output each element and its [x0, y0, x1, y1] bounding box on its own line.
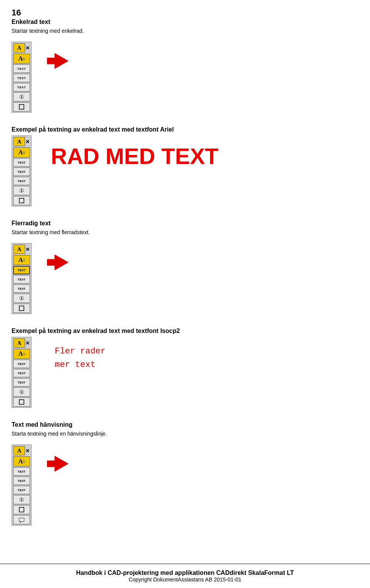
toolbar-btn-text1-3-active[interactable]: TEXT: [13, 266, 30, 274]
page-number: 16: [12, 8, 358, 18]
section-row-flerradig-example: A ✕ A 1 TEXT TEXT TEXT ①: [12, 337, 358, 408]
fler-rader-line1: Fler rader: [55, 345, 106, 358]
toolbar-btn-text1-2[interactable]: TEXT: [13, 158, 30, 167]
close-icon-2[interactable]: ✕: [25, 139, 30, 145]
square-icon-2: [19, 198, 24, 203]
rad-med-text-display: RAD MED TEXT: [51, 143, 219, 169]
toolbar-btn-text3-5[interactable]: TEXT: [13, 486, 30, 494]
toolbar-btn-a-2[interactable]: A 1: [13, 147, 30, 157]
toolbar-btn-a-1[interactable]: A 1: [13, 54, 30, 64]
a-sub-3: 1: [23, 258, 25, 262]
toolbar-btn-a-4[interactable]: A 1: [13, 349, 30, 359]
toolbar-btn-text2-4[interactable]: TEXT: [13, 369, 30, 377]
text-label2-2: TEXT: [18, 170, 25, 174]
footer-line1: Handbok i CAD-projektering med applikati…: [12, 569, 358, 576]
section-row-hanvisning: A ✕ A 1 TEXT TEXT TEXT ①: [12, 444, 358, 525]
toolbar-btn-text3-1[interactable]: TEXT: [13, 83, 30, 91]
close-icon-1[interactable]: ✕: [25, 45, 30, 51]
toolbar-btn-text1-1[interactable]: TEXT: [13, 64, 30, 73]
page-content: 16 Enkelrad text Startar textning med en…: [0, 0, 370, 570]
toolbar-btn-circle-1[interactable]: ①: [13, 92, 30, 101]
section-desc-enkelrad: Startar textning med enkelrad.: [12, 28, 358, 34]
toolbar-btn-text2-5[interactable]: TEXT: [13, 476, 30, 485]
a-label-5: A: [18, 458, 23, 465]
toolbar-btn-square-2[interactable]: [13, 196, 30, 205]
toolbar-btn-a-top-2[interactable]: A: [13, 137, 25, 146]
section-hanvisning: Text med hänvisning Starta textning med …: [12, 421, 358, 525]
toolbar-btn-text1-4[interactable]: TEXT: [13, 360, 30, 368]
arrow-indicator-3: [47, 456, 68, 471]
section-desc-hanvisning: Starta textning med en hänvisningslinje.: [12, 431, 358, 437]
section-row-enkelrad: A ✕ A 1 TEXT TEXT TEXT ①: [12, 42, 358, 113]
text-label3-3: TEXT: [18, 287, 25, 291]
section-row-flerradig: A ✕ A 1 TEXT TEXT TEXT ①: [12, 243, 358, 314]
close-icon-3[interactable]: ✕: [25, 247, 30, 252]
a-label-3: A: [18, 256, 23, 264]
toolbar-btn-text2-2[interactable]: TEXT: [13, 167, 30, 176]
toolbar-btn-text3-4[interactable]: TEXT: [13, 378, 30, 387]
toolbar-btn-extra-5[interactable]: [13, 515, 30, 524]
toolbar-btn-a-top-4[interactable]: A: [13, 338, 25, 348]
a-label-1: A: [18, 55, 23, 63]
toolbar-btn-a-3[interactable]: A 1: [13, 255, 30, 265]
section-desc-flerradig: Startar textning med flerradstext.: [12, 229, 358, 235]
toolbar-btn-a-top-1[interactable]: A: [13, 43, 25, 52]
text-label2-4: TEXT: [18, 372, 25, 375]
circle-icon-3: ①: [19, 295, 24, 301]
square-icon-3: [19, 306, 24, 311]
toolbar-panel-1: A ✕ A 1 TEXT TEXT TEXT ①: [12, 42, 32, 113]
toolbar-panel-2: A ✕ A 1 TEXT TEXT TEXT ①: [12, 135, 32, 206]
square-icon-4: [19, 399, 24, 405]
toolbar-btn-circle-3[interactable]: ①: [13, 294, 30, 303]
toolbar-btn-circle-4[interactable]: ①: [13, 387, 30, 397]
a-label-4: A: [18, 350, 23, 358]
toolbar-btn-square-4[interactable]: [13, 397, 30, 407]
text-label3-5: TEXT: [18, 488, 25, 492]
section-enkelrad: Enkelrad text Startar textning med enkel…: [12, 19, 358, 113]
toolbar-btn-a-top-3[interactable]: A: [13, 245, 25, 254]
a-icon-1: A: [17, 45, 22, 51]
section-title-enkelrad-example: Exempel på textning av enkelrad text med…: [12, 126, 358, 133]
toolbar-btn-square-5[interactable]: [13, 505, 30, 514]
rad-med-text-area: RAD MED TEXT: [43, 135, 358, 169]
circle-icon-1: ①: [19, 94, 24, 100]
footer-line2: Copyright DokumentAssiastans AB 2015-01-…: [12, 576, 358, 583]
toolbar-btn-a-5[interactable]: A 1: [13, 456, 30, 466]
toolbar-btn-circle-2[interactable]: ①: [13, 186, 30, 195]
toolbar-btn-text2-1[interactable]: TEXT: [13, 74, 30, 82]
svg-marker-2: [47, 456, 68, 471]
a-label-2: A: [18, 149, 23, 156]
toolbar-panel-5: A ✕ A 1 TEXT TEXT TEXT ①: [12, 444, 32, 525]
close-icon-4[interactable]: ✕: [25, 340, 30, 346]
toolbar-btn-text3-2[interactable]: TEXT: [13, 177, 30, 185]
square-icon-5: [19, 507, 24, 512]
section-flerradig-example: Exempel på textning av enkelrad text med…: [12, 328, 358, 408]
svg-marker-0: [47, 53, 68, 69]
section-row-enkelrad-example: A ✕ A 1 TEXT TEXT TEXT ①: [12, 135, 358, 206]
toolbar-panel-4: A ✕ A 1 TEXT TEXT TEXT ①: [12, 337, 32, 408]
toolbar-btn-text1-5[interactable]: TEXT: [13, 467, 30, 476]
toolbar-btn-a-top-5[interactable]: A: [13, 446, 25, 455]
rect-icon-5: [19, 518, 24, 522]
svg-marker-1: [47, 255, 68, 270]
a-icon-3: A: [17, 246, 22, 253]
toolbar-btn-circle-5[interactable]: ①: [13, 495, 30, 504]
toolbar-btn-square-3[interactable]: [13, 304, 30, 313]
toolbar-panel-3: A ✕ A 1 TEXT TEXT TEXT ①: [12, 243, 32, 314]
text-label1-5: TEXT: [18, 470, 25, 473]
fler-rader-line2: mer text: [55, 358, 106, 372]
a-icon-2: A: [17, 139, 22, 145]
section-title-enkelrad: Enkelrad text: [12, 19, 358, 25]
toolbar-btn-text3-3[interactable]: TEXT: [13, 284, 30, 293]
close-icon-5[interactable]: ✕: [25, 448, 30, 454]
a-sub-2: 1: [23, 150, 25, 154]
text-label1-4: TEXT: [18, 362, 25, 366]
section-title-flerradig-example: Exempel på textning av enkelrad text med…: [12, 328, 358, 335]
footer: Handbok i CAD-projektering med applikati…: [0, 564, 370, 588]
toolbar-btn-text2-3[interactable]: TEXT: [13, 275, 30, 284]
section-enkelrad-example: Exempel på textning av enkelrad text med…: [12, 126, 358, 206]
text-label1-2: TEXT: [18, 161, 25, 164]
toolbar-btn-square-1[interactable]: [13, 102, 30, 112]
text-label2-1: TEXT: [17, 76, 26, 80]
text-label1-3: TEXT: [18, 269, 25, 272]
